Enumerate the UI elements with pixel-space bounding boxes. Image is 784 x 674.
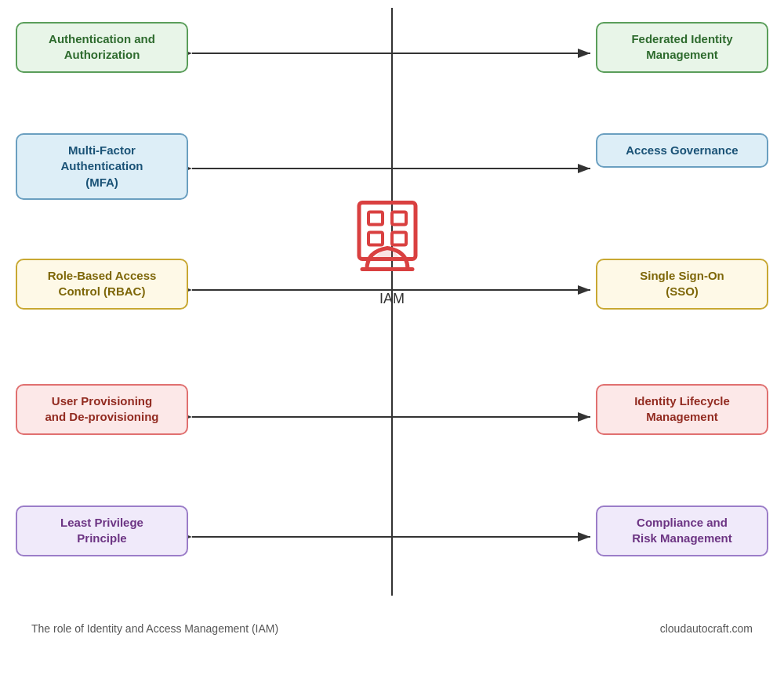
footer: The role of Identity and Access Manageme… xyxy=(0,622,784,635)
footer-watermark: cloudautocraft.com xyxy=(660,622,753,635)
iam-icon xyxy=(345,195,439,284)
box-access-gov: Access Governance xyxy=(596,133,768,168)
diagram-container: Authentication andAuthorization Multi-Fa… xyxy=(0,0,784,643)
box-provisioning: User Provisioningand De-provisioning xyxy=(16,384,188,435)
center-iam: IAM xyxy=(345,195,439,307)
box-auth-authz: Authentication andAuthorization xyxy=(16,22,188,73)
box-federated: Federated IdentityManagement xyxy=(596,22,768,73)
box-rbac: Role-Based AccessControl (RBAC) xyxy=(16,259,188,310)
box-compliance: Compliance andRisk Management xyxy=(596,506,768,556)
svg-rect-3 xyxy=(368,233,383,245)
svg-rect-1 xyxy=(368,212,383,225)
box-sso: Single Sign-On(SSO) xyxy=(596,259,768,310)
footer-title: The role of Identity and Access Manageme… xyxy=(31,622,278,635)
iam-label: IAM xyxy=(379,291,405,307)
box-least-privilege: Least PrivilegePrinciple xyxy=(16,506,188,556)
svg-rect-4 xyxy=(392,233,406,245)
box-mfa: Multi-FactorAuthentication(MFA) xyxy=(16,133,188,200)
svg-rect-2 xyxy=(392,212,406,225)
box-lifecycle: Identity LifecycleManagement xyxy=(596,384,768,435)
